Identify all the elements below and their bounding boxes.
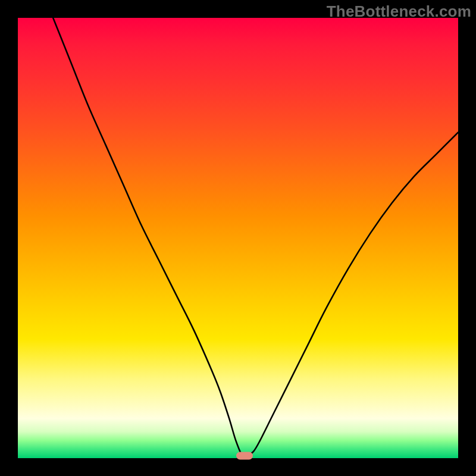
optimal-point-marker xyxy=(236,452,253,460)
curve-svg xyxy=(18,18,458,458)
chart-frame: TheBottleneck.com xyxy=(0,0,476,476)
bottleneck-curve xyxy=(53,18,458,458)
plot-area xyxy=(18,18,458,458)
